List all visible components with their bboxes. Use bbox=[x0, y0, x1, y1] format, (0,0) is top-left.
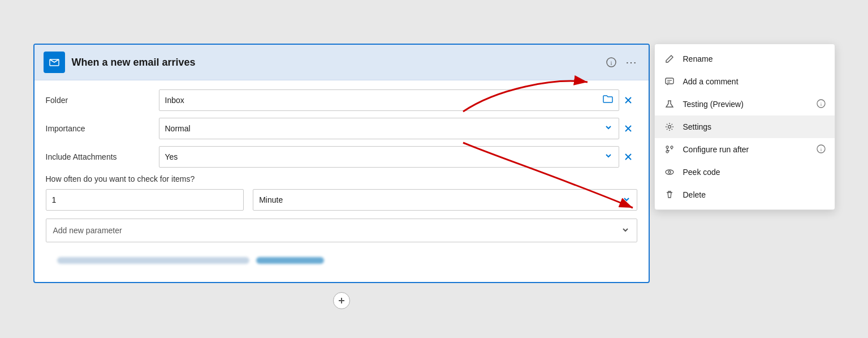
svg-text:i: i bbox=[820, 101, 822, 107]
more-button[interactable]: ⋯ bbox=[624, 54, 640, 70]
interval-unit-chevron-icon bbox=[622, 195, 631, 206]
svg-point-18 bbox=[671, 146, 673, 148]
add-parameter-label: Add new parameter bbox=[53, 226, 122, 235]
footer-link-blurred bbox=[256, 257, 324, 264]
menu-add-comment-label: Add a comment bbox=[683, 77, 826, 86]
interval-number-input[interactable] bbox=[46, 189, 244, 211]
attachments-label: Include Attachments bbox=[46, 152, 159, 161]
interval-row: Minute bbox=[46, 189, 637, 211]
menu-settings-label: Settings bbox=[683, 122, 826, 131]
gear-icon bbox=[664, 121, 675, 132]
svg-text:i: i bbox=[820, 147, 822, 152]
context-menu: Rename Add a comment Testing (Previe bbox=[654, 44, 835, 210]
importance-clear-button[interactable] bbox=[619, 118, 637, 139]
svg-text:i: i bbox=[610, 59, 612, 66]
app-icon bbox=[44, 52, 65, 73]
trash-icon bbox=[664, 189, 675, 200]
trigger-card: When a new email arrives i ⋯ Folder bbox=[33, 44, 650, 283]
branch-icon bbox=[664, 144, 675, 155]
folder-input[interactable]: Inbox bbox=[159, 89, 619, 111]
card-title: When a new email arrives bbox=[72, 57, 597, 69]
menu-rename-label: Rename bbox=[683, 54, 826, 63]
menu-item-configure-run[interactable]: Configure run after i bbox=[655, 138, 835, 161]
menu-item-add-comment[interactable]: Add a comment bbox=[655, 70, 835, 93]
flask-icon bbox=[664, 99, 675, 110]
pencil-icon bbox=[664, 53, 675, 65]
importance-value: Normal bbox=[165, 124, 599, 133]
attachments-input[interactable]: Yes bbox=[159, 146, 619, 168]
info-button[interactable]: i bbox=[603, 54, 619, 70]
comment-icon bbox=[664, 76, 675, 87]
svg-point-22 bbox=[666, 170, 673, 174]
svg-point-16 bbox=[668, 126, 671, 129]
menu-peek-code-label: Peek code bbox=[683, 168, 826, 177]
menu-configure-run-label: Configure run after bbox=[683, 145, 809, 154]
attachments-chevron-icon bbox=[604, 151, 613, 162]
folder-clear-button[interactable] bbox=[619, 89, 637, 111]
folder-label: Folder bbox=[46, 96, 159, 105]
importance-input[interactable]: Normal bbox=[159, 118, 619, 139]
importance-chevron-icon bbox=[604, 123, 613, 134]
testing-info-icon[interactable]: i bbox=[817, 99, 826, 110]
importance-field-row: Importance Normal bbox=[46, 118, 637, 139]
add-step-button[interactable] bbox=[333, 292, 350, 309]
svg-point-17 bbox=[666, 146, 668, 148]
menu-item-testing[interactable]: Testing (Preview) i bbox=[655, 93, 835, 115]
attachments-value: Yes bbox=[165, 152, 599, 161]
menu-item-peek-code[interactable]: Peek code bbox=[655, 161, 835, 183]
add-parameter-select[interactable]: Add new parameter bbox=[46, 219, 637, 242]
footer-text-blurred bbox=[57, 257, 249, 264]
menu-item-settings[interactable]: Settings bbox=[655, 115, 835, 138]
card-body: Folder Inbox bbox=[34, 80, 649, 282]
interval-unit-select[interactable]: Minute bbox=[253, 189, 637, 211]
attachments-clear-button[interactable] bbox=[619, 146, 637, 168]
svg-point-23 bbox=[668, 171, 671, 173]
menu-item-delete[interactable]: Delete bbox=[655, 183, 835, 206]
interval-question: How often do you want to check for items… bbox=[46, 174, 637, 183]
folder-icon bbox=[603, 95, 613, 106]
interval-unit-value: Minute bbox=[259, 195, 283, 204]
folder-value: Inbox bbox=[165, 96, 598, 105]
header-actions: i ⋯ bbox=[603, 54, 640, 70]
card-header: When a new email arrives i ⋯ bbox=[34, 45, 649, 80]
attachments-field-row: Include Attachments Yes bbox=[46, 146, 637, 168]
card-footer bbox=[46, 250, 637, 271]
menu-testing-label: Testing (Preview) bbox=[683, 100, 809, 109]
add-parameter-chevron-icon bbox=[621, 225, 630, 236]
eye-icon bbox=[664, 166, 675, 178]
menu-delete-label: Delete bbox=[683, 190, 826, 199]
folder-field-row: Folder Inbox bbox=[46, 89, 637, 111]
importance-label: Importance bbox=[46, 124, 159, 133]
svg-rect-10 bbox=[666, 78, 673, 84]
menu-item-rename[interactable]: Rename bbox=[655, 48, 835, 70]
configure-run-info-icon[interactable]: i bbox=[817, 144, 826, 155]
